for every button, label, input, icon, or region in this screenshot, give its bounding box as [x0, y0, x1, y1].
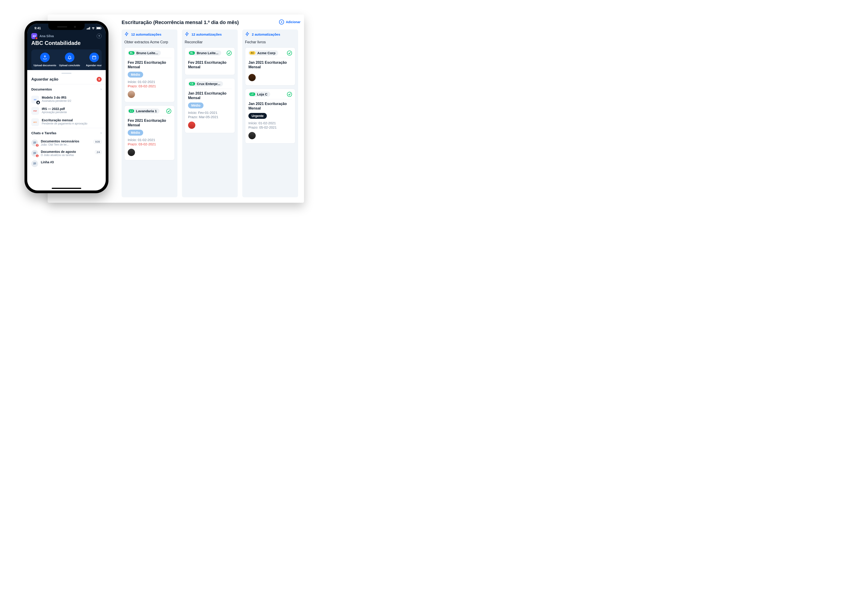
kanban-column: 12 automatizações Reconciliar BL Bruno L… — [182, 29, 238, 197]
wifi-icon — [91, 27, 95, 29]
svg-rect-5 — [97, 27, 100, 29]
awaiting-badge: 9 — [97, 77, 102, 82]
lock-icon — [36, 101, 40, 104]
calendar-icon — [90, 53, 99, 62]
chats-title: Chats e Tarefas — [31, 131, 56, 135]
kanban-card[interactable]: CE Crux Enterpr... Jan 2021 Escrituração… — [185, 78, 235, 133]
svg-rect-2 — [88, 28, 89, 29]
check-circle-icon — [287, 51, 292, 56]
assignee-avatar[interactable] — [128, 91, 135, 98]
priority-badge: Urgente — [249, 113, 267, 119]
chat-preview: João: Olá! Tem de ler... — [41, 143, 91, 146]
company-title: ABC Contabilidade — [31, 40, 102, 46]
check-circle-icon — [166, 109, 171, 114]
assignee-avatar[interactable] — [188, 121, 195, 129]
divider — [128, 116, 171, 116]
column-title: Reconciliar — [185, 40, 235, 44]
assignee-avatar[interactable] — [128, 149, 135, 156]
assignee-avatar[interactable] — [249, 132, 256, 139]
bolt-icon — [185, 32, 189, 37]
svg-rect-7 — [93, 56, 96, 59]
document-row[interactable]: PDF IRS — 2022.pdfAprovação pendente — [27, 105, 106, 117]
card-title: Fev 2021 Escrituração Mensal — [128, 60, 171, 70]
card-title: Jan 2021 Escrituração Mensal — [249, 102, 292, 111]
quick-action-label: Upload concluído — [59, 64, 80, 67]
kanban-card[interactable]: BL Bruno Leite... Fev 2021 Escrituração … — [124, 47, 175, 102]
add-button[interactable]: + Adicionar — [279, 20, 298, 24]
document-row[interactable]: DC Modelo 3 do IRSAssinatura pendente 0/… — [27, 94, 106, 105]
card-entity-name: Acme Corp — [257, 51, 275, 55]
document-status: Pendente de pagamento e aprovação — [42, 122, 87, 125]
column-title: Fechar livros — [245, 40, 295, 44]
plus-icon: + — [279, 20, 284, 24]
card-entity-chip[interactable]: CE Crux Enterpr... — [188, 81, 223, 86]
card-entity-chip[interactable]: BL Bruno Leite... — [128, 50, 161, 56]
card-entity-name: Bruno Leite... — [197, 51, 219, 55]
document-title: Modelo 3 do IRS — [42, 96, 71, 99]
card-start-date: Início: 01-02-2021 — [249, 121, 292, 125]
documents-title: Documentos — [31, 87, 52, 91]
quick-action-button[interactable]: Agendar reun — [83, 53, 102, 67]
chat-row[interactable]: Linha #3 — [27, 159, 106, 169]
card-entity-chip[interactable]: AC Acme Corp — [249, 50, 278, 56]
bolt-icon — [245, 32, 250, 37]
chevron-right-icon: › — [100, 131, 102, 135]
file-dc-icon: DC — [31, 96, 39, 103]
bell-icon — [65, 53, 74, 62]
documents-header[interactable]: Documentos › — [27, 84, 106, 94]
chat-icon: 1 — [31, 150, 38, 157]
card-due-date: Prazo: 03-02-2021 — [128, 142, 171, 146]
kanban-card[interactable]: LC Loja C Jan 2021 Escrituração MensalUr… — [245, 89, 295, 144]
chat-title: Linha #3 — [41, 160, 102, 164]
document-status: Aprovação pendente — [42, 111, 67, 114]
svg-rect-3 — [90, 27, 90, 29]
quick-action-label: Agendar reun — [86, 64, 102, 67]
card-entity-chip[interactable]: LC Loja C — [249, 92, 270, 97]
card-due-date: Prazo: 03-02-2021 — [128, 84, 171, 88]
chats-header[interactable]: Chats e Tarefas › — [27, 128, 106, 138]
user-name: Ana Silva — [39, 34, 54, 38]
card-entity-chip[interactable]: BL Bruno Leite... — [188, 50, 221, 56]
card-entity-name: Lavandaria 1 — [136, 109, 157, 113]
kanban-card[interactable]: BL Bruno Leite... Fev 2021 Escrituração … — [185, 47, 235, 75]
card-start-date: Início: 01-02-2021 — [128, 80, 171, 84]
chevron-right-icon: › — [100, 87, 102, 91]
help-icon[interactable]: ? — [97, 33, 102, 39]
card-due-date: Prazo: 05-02-2021 — [249, 126, 292, 129]
kanban-card[interactable]: AC Acme Corp Jan 2021 Escrituração Mensa… — [245, 47, 295, 85]
priority-badge: Médio — [188, 103, 203, 108]
initials-badge: CE — [189, 82, 195, 85]
file-pdf-icon: PDF — [31, 107, 39, 115]
check-circle-icon — [287, 92, 292, 97]
phone-header: 9:41 AS Ana Silva ? ABC Contabilidade Up… — [27, 24, 106, 70]
kanban-card[interactable]: L1 Lavandaria 1 Fev 2021 Escrituração Me… — [124, 105, 175, 160]
kanban-column: 12 automatizações Obter extractos Acme C… — [121, 29, 178, 197]
chat-row[interactable]: 1 Documentos de agostoO João atualizou a… — [27, 148, 106, 159]
drag-handle[interactable] — [61, 73, 71, 74]
add-button-label: Adicionar — [286, 20, 298, 24]
automations-count: 2 automatizações — [252, 32, 280, 36]
automations-link[interactable]: 2 automatizações — [245, 32, 295, 37]
user-avatar[interactable]: AS — [31, 33, 37, 39]
quick-action-label: Upload documento — [33, 64, 56, 67]
card-title: Fev 2021 Escrituração Mensal — [188, 60, 232, 70]
signal-icon — [86, 27, 90, 29]
assignee-avatar[interactable] — [249, 74, 256, 81]
chat-row[interactable]: 2 Documentos necessáriosJoão: Olá! Tem d… — [27, 138, 106, 148]
priority-badge: Médio — [128, 72, 143, 77]
svg-rect-1 — [88, 28, 88, 29]
quick-action-button[interactable]: Upload documento — [33, 53, 56, 67]
card-entity-name: Bruno Leite... — [137, 51, 158, 55]
unread-badge: 1 — [35, 154, 39, 158]
kanban-column: 2 automatizações Fechar livros AC Acme C… — [242, 29, 298, 197]
document-status: Assinatura pendente 0/2 — [42, 99, 71, 103]
automations-link[interactable]: 12 automatizações — [185, 32, 235, 37]
card-title: Fev 2021 Escrituração Mensal — [128, 118, 171, 127]
automations-link[interactable]: 12 automatizações — [124, 32, 175, 37]
home-indicator[interactable] — [52, 188, 81, 189]
card-entity-chip[interactable]: L1 Lavandaria 1 — [128, 108, 159, 114]
chat-title: Documentos necessários — [41, 139, 91, 143]
card-entity-name: Crux Enterpr... — [197, 82, 220, 86]
document-row[interactable]: PPT Escrituração mensalPendente de pagam… — [27, 117, 106, 128]
quick-action-button[interactable]: Upload concluído — [59, 53, 81, 67]
